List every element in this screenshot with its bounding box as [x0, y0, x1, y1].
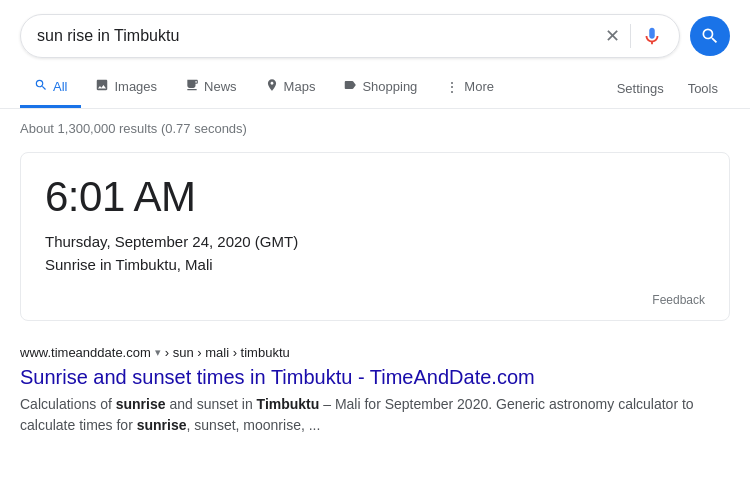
tab-all[interactable]: All: [20, 68, 81, 108]
tab-more-label: More: [464, 79, 494, 94]
results-info: About 1,300,000 results (0.77 seconds): [0, 109, 750, 146]
time-date-line2: Sunrise in Timbuktu, Mali: [45, 254, 705, 277]
time-date-line1: Thursday, September 24, 2020 (GMT): [45, 231, 705, 254]
search-input[interactable]: [37, 27, 605, 45]
result-url-domain: www.timeanddate.com: [20, 345, 151, 360]
images-tab-icon: [95, 78, 109, 95]
tab-images-label: Images: [114, 79, 157, 94]
tab-maps[interactable]: Maps: [251, 68, 330, 108]
search-result: www.timeanddate.com ▾ › sun › mali › tim…: [0, 337, 750, 452]
mic-icon[interactable]: [641, 25, 663, 47]
settings-link[interactable]: Settings: [605, 71, 676, 106]
more-tab-icon: ⋮: [445, 79, 459, 95]
tab-shopping-label: Shopping: [362, 79, 417, 94]
nav-tabs: All Images News Maps: [0, 68, 750, 109]
feedback-link[interactable]: Feedback: [652, 293, 705, 307]
tab-more[interactable]: ⋮ More: [431, 69, 508, 108]
result-url-arrow: ▾: [155, 346, 161, 359]
result-url-path: › sun › mali › timbuktu: [165, 345, 290, 360]
tab-images[interactable]: Images: [81, 68, 171, 108]
result-title[interactable]: Sunrise and sunset times in Timbuktu - T…: [20, 364, 730, 390]
nav-right: Settings Tools: [605, 71, 730, 106]
time-card: 6:01 AM Thursday, September 24, 2020 (GM…: [20, 152, 730, 321]
search-box: ✕: [20, 14, 680, 58]
tools-link[interactable]: Tools: [676, 71, 730, 106]
tab-all-label: All: [53, 79, 67, 94]
sunrise-time: 6:01 AM: [45, 173, 705, 221]
news-tab-icon: [185, 78, 199, 95]
search-divider: [630, 24, 631, 48]
clear-icon[interactable]: ✕: [605, 25, 620, 47]
tab-maps-label: Maps: [284, 79, 316, 94]
result-url-row: www.timeanddate.com ▾ › sun › mali › tim…: [20, 345, 730, 360]
search-bar-row: ✕: [0, 0, 750, 68]
search-button[interactable]: [690, 16, 730, 56]
tab-shopping[interactable]: Shopping: [329, 68, 431, 108]
tab-news[interactable]: News: [171, 68, 251, 108]
shopping-tab-icon: [343, 78, 357, 95]
result-snippet: Calculations of sunrise and sunset in Ti…: [20, 394, 730, 436]
search-tab-icon: [34, 78, 48, 95]
tab-news-label: News: [204, 79, 237, 94]
maps-tab-icon: [265, 78, 279, 95]
feedback-row: Feedback: [45, 290, 705, 308]
